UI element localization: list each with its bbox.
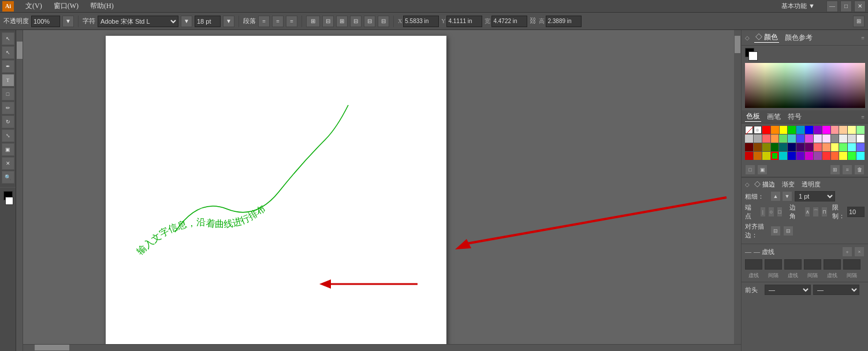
swatch-r2c5[interactable] [788,143,796,151]
rotate-tool[interactable]: ↻ [2,115,14,128]
panel-options-btn[interactable]: ≡ [861,35,865,41]
app-mode[interactable]: 基本功能 ▼ [781,2,815,10]
align-inside-btn[interactable]: ⊟ [783,226,794,236]
swatch-r1c12[interactable] [848,135,856,143]
swatch-r3c10[interactable] [831,152,839,160]
dash2-input[interactable] [784,259,802,270]
corner-bevel-btn[interactable]: ⊓ [821,207,828,217]
width-input[interactable] [491,16,527,27]
menu-help[interactable]: 帮助(H) [88,1,116,11]
swatch-r3c2[interactable] [762,152,770,160]
swatch-r1c8[interactable] [814,135,822,143]
symbol-tab[interactable]: 符号 [787,112,803,122]
swatch-r2c1[interactable] [754,143,762,151]
color-tab[interactable]: ◇ 颜色 [754,32,779,43]
swatch-r2c8[interactable] [814,143,822,151]
swatch-r1c2[interactable] [762,135,770,143]
h-scroll-thumb[interactable] [35,345,69,350]
distribute-h-btn[interactable]: ⊟ [322,16,334,27]
swatch-r1c13[interactable] [856,135,865,143]
swatch-r0c6[interactable] [814,126,822,134]
swatch-r0c5[interactable] [805,126,813,134]
menu-window[interactable]: 窗口(W) [51,1,81,11]
horizontal-scrollbar[interactable] [23,344,741,351]
distribute-v-btn[interactable]: ⊞ [336,16,348,27]
none-swatch[interactable] [745,126,753,134]
align-btn3[interactable]: ⊟ [378,16,389,27]
swatch-r2c11[interactable] [839,143,847,151]
transparency-tab[interactable]: 透明度 [799,180,823,189]
swatch-list-btn[interactable]: ≡ [842,165,852,175]
close-button[interactable]: ✕ [854,1,866,12]
stroke-tab[interactable]: ◇ 描边 [752,180,777,189]
corner-miter-btn[interactable]: ∧ [804,207,811,217]
swatch-r2c0[interactable] [745,143,753,151]
corner-round-btn[interactable]: ⌒ [813,207,819,217]
weight-down-btn[interactable]: ▼ [782,191,792,201]
scroll-thumb[interactable] [17,42,23,59]
swatch-highlighted[interactable] [771,152,779,160]
swatch-r3c8[interactable] [814,152,822,160]
dash3-input[interactable] [824,259,841,270]
arrow-start-select[interactable]: — [765,285,811,295]
opacity-input[interactable] [31,16,60,27]
cap-butt-btn[interactable]: | [760,207,766,217]
minimize-button[interactable]: — [826,1,838,12]
gap1-input[interactable] [765,259,782,270]
swatch-r0c7[interactable] [822,126,830,134]
align-right-btn[interactable]: ≡ [286,16,297,27]
swatch-r2c4[interactable] [779,143,787,151]
shape-tool[interactable]: □ [2,88,14,100]
swatch-r2c13[interactable] [856,143,865,151]
swatch-r0c0[interactable] [762,126,770,134]
font-family-select[interactable]: Adobe 宋体 Std L [98,16,178,27]
gap3-input[interactable] [843,259,860,270]
delete-swatch-btn[interactable]: 🗑 [854,165,865,175]
swatch-r3c5[interactable] [788,152,796,160]
brush-tool[interactable]: ✏ [2,102,14,114]
direct-select-tool[interactable]: ↖ [2,46,14,59]
swatch-r2c3[interactable] [771,143,779,151]
stroke-collapse-icon[interactable]: ◇ [745,181,750,188]
swatch-r0c2[interactable] [780,126,788,134]
swatch-r1c3[interactable] [771,135,779,143]
swatch-r0c11[interactable] [856,126,865,134]
collapse-icon[interactable]: ◇ [745,35,750,41]
swatch-r2c12[interactable] [848,143,856,151]
swatch-r1c6[interactable] [796,135,804,143]
swatches-tab[interactable]: 色板 [745,111,761,122]
select-tool[interactable]: ↖ [2,32,14,45]
swatch-r1c4[interactable] [779,135,787,143]
bg-swatch[interactable] [748,51,758,61]
grid-btn[interactable]: ⊞ [306,16,320,27]
weight-select[interactable]: 1 pt [795,191,835,201]
swatch-r3c7[interactable] [805,152,813,160]
swatch-r1c11[interactable] [839,135,847,143]
swatch-r2c7[interactable] [805,143,813,151]
swatch-r3c11[interactable] [839,152,847,160]
arrow-end-select[interactable]: — [813,285,859,295]
align-center-btn[interactable]: ≡ [272,16,284,27]
swatch-r2c9[interactable] [822,143,830,151]
swatch-r0c10[interactable] [848,126,856,134]
swatch-r0c1[interactable] [771,126,779,134]
swatches-options-btn[interactable]: ≡ [861,114,865,120]
dash-add-btn[interactable]: + [842,247,852,257]
cap-square-btn[interactable]: □ [777,207,783,217]
swatch-r1c5[interactable] [788,135,796,143]
swatch-view-btn[interactable]: ⊞ [830,165,840,175]
height-input[interactable] [546,16,582,27]
gradient-tab[interactable]: 渐变 [780,180,797,189]
swatch-r3c6[interactable] [796,152,804,160]
y-input[interactable] [446,16,482,27]
align-left-btn[interactable]: ≡ [258,16,270,27]
swatch-r3c4[interactable] [779,152,787,160]
dash1-input[interactable] [745,259,762,270]
font-size-dropdown[interactable]: ▼ [223,16,234,27]
scale-tool[interactable]: ⤡ [2,129,14,142]
swatch-r0c9[interactable] [839,126,847,134]
maximize-button[interactable]: □ [840,1,852,12]
swatch-r2c6[interactable] [796,143,804,151]
fill-color-swatch[interactable] [5,197,13,205]
pen-tool[interactable]: ✒ [2,60,14,73]
